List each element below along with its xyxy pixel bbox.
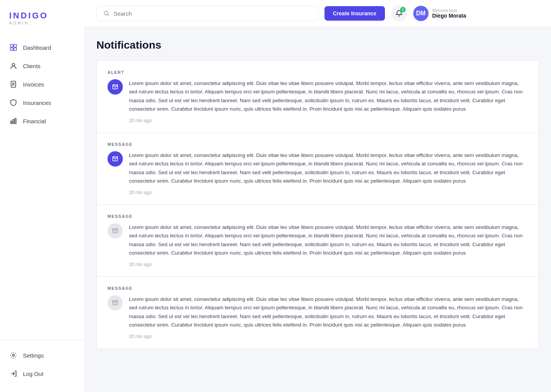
brand-sub: ADMIN [9, 21, 29, 25]
notification-item: ALERT Lorem ipsum dolor sit amet, consec… [96, 60, 539, 133]
notif-text: Lorem ipsum dolor sit amet, consectetur … [129, 151, 528, 185]
shield-icon [9, 98, 18, 107]
sidebar-item-invoices[interactable]: Invoices [0, 75, 84, 93]
clients-label: Clients [23, 63, 41, 69]
sidebar-item-dashboard[interactable]: Dashboard [0, 38, 84, 57]
notification-item: MESSAGE Lorem ipsum dolor sit amet, cons… [96, 205, 539, 277]
sidebar-item-logout[interactable]: Log Out [0, 364, 84, 383]
notif-body: Lorem ipsum dolor sit amet, consectetur … [108, 151, 528, 185]
svg-rect-9 [11, 121, 12, 124]
sidebar-item-insurances[interactable]: Insurances [0, 93, 84, 112]
header: Create Insurance 2 DM Welcome back Diego… [84, 0, 551, 27]
notification-item: MESSAGE Lorem ipsum dolor sit amet, cons… [96, 133, 539, 205]
sidebar-item-clients[interactable]: Clients [0, 57, 84, 75]
svg-rect-2 [10, 48, 13, 51]
notif-text: Lorem ipsum dolor sit amet, consectetur … [129, 295, 528, 329]
svg-point-4 [12, 64, 15, 66]
logout-icon [9, 369, 18, 378]
sidebar-item-settings[interactable]: Settings [0, 346, 84, 364]
svg-line-14 [108, 15, 109, 16]
notif-text: Lorem ipsum dolor sit amet, consectetur … [129, 223, 528, 257]
svg-rect-1 [14, 44, 16, 47]
bell-badge: 2 [400, 7, 406, 12]
logo: INDIGO ADMIN [0, 0, 84, 34]
notif-body: Lorem ipsum dolor sit amet, consectetur … [108, 295, 528, 329]
notification-item: MESSAGE Lorem ipsum dolor sit amet, cons… [96, 277, 539, 349]
page-title: Notifications [96, 39, 539, 51]
gear-icon [9, 351, 18, 359]
user-profile[interactable]: DM Welcome back Diego Morata [413, 6, 466, 21]
notif-time: 20 min ago [129, 190, 528, 195]
search-icon [103, 10, 110, 17]
sidebar: INDIGO ADMIN Dashboard [0, 0, 84, 392]
content-area: Notifications ALERT Lorem ipsum dolor si… [84, 27, 551, 392]
notif-icon [108, 79, 123, 95]
dashboard-label: Dashboard [23, 44, 51, 51]
notif-time: 20 min ago [129, 118, 528, 123]
notif-text: Lorem ipsum dolor sit amet, consectetur … [129, 79, 528, 113]
svg-rect-3 [14, 48, 16, 51]
search-input[interactable] [114, 10, 312, 17]
notif-type: ALERT [108, 70, 528, 75]
svg-rect-10 [13, 119, 14, 124]
financial-label: Financial [23, 118, 46, 124]
welcome-text: Welcome back [432, 8, 466, 13]
insurances-label: Insurances [23, 100, 51, 106]
svg-point-13 [104, 11, 108, 15]
notification-list: ALERT Lorem ipsum dolor sit amet, consec… [96, 60, 539, 349]
svg-point-12 [13, 354, 15, 356]
main-area: Create Insurance 2 DM Welcome back Diego… [84, 0, 551, 392]
settings-label: Settings [23, 352, 44, 359]
chart-icon [9, 117, 18, 125]
invoice-icon [9, 80, 18, 88]
main-nav: Dashboard Clients Invoices [0, 34, 84, 340]
search-bar[interactable] [96, 6, 318, 21]
notif-type: MESSAGE [108, 286, 528, 291]
create-insurance-button[interactable]: Create Insurance [324, 6, 385, 21]
sidebar-item-financial[interactable]: Financial [0, 112, 84, 130]
notif-type: MESSAGE [108, 214, 528, 219]
notif-time: 20 min ago [129, 334, 528, 339]
brand-name: INDIGO [9, 11, 48, 21]
notif-icon [108, 223, 123, 238]
notif-type: MESSAGE [108, 142, 528, 147]
notif-body: Lorem ipsum dolor sit amet, consectetur … [108, 79, 528, 113]
svg-rect-0 [10, 44, 13, 47]
notif-body: Lorem ipsum dolor sit amet, consectetur … [108, 223, 528, 257]
notif-time: 20 min ago [129, 262, 528, 267]
sidebar-bottom: Settings Log Out [0, 340, 84, 392]
logout-label: Log Out [23, 371, 43, 377]
user-name: Diego Morata [432, 13, 466, 19]
grid-icon [9, 43, 18, 52]
person-icon [9, 62, 18, 70]
notif-icon [108, 295, 123, 310]
invoices-label: Invoices [23, 81, 44, 88]
notif-icon [108, 151, 123, 167]
notifications-bell[interactable]: 2 [391, 5, 407, 21]
user-info: Welcome back Diego Morata [432, 8, 466, 19]
svg-rect-11 [15, 118, 16, 124]
avatar: DM [413, 6, 429, 21]
